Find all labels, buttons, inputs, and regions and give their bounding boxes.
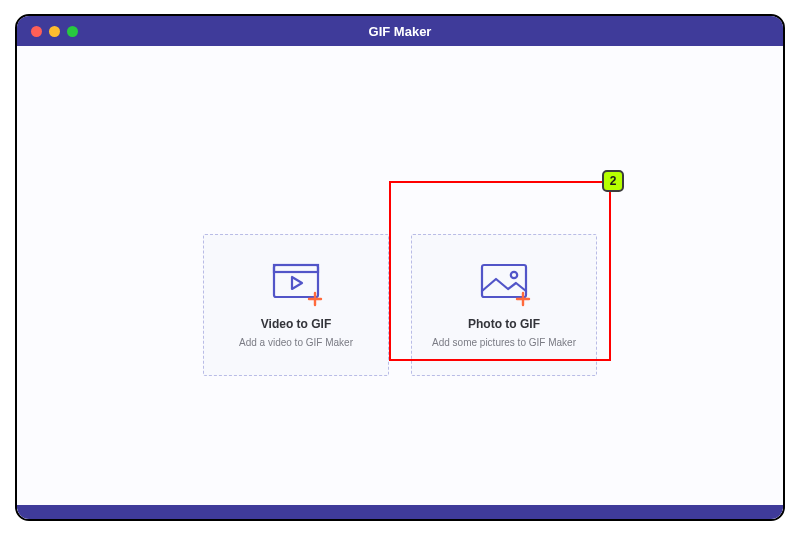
photo-card-title: Photo to GIF — [468, 317, 540, 331]
photo-to-gif-card[interactable]: Photo to GIF Add some pictures to GIF Ma… — [411, 234, 597, 376]
maximize-window-button[interactable] — [67, 26, 78, 37]
video-plus-icon — [268, 263, 324, 307]
content-area: Video to GIF Add a video to GIF Maker Ph… — [17, 46, 783, 519]
window-title: GIF Maker — [17, 24, 783, 39]
svg-rect-0 — [274, 265, 318, 297]
annotation-badge-text: 2 — [610, 174, 617, 188]
app-window: GIF Maker Video to GIF Add a video to GI… — [15, 14, 785, 521]
video-card-subtitle: Add a video to GIF Maker — [239, 337, 353, 348]
photo-plus-icon — [476, 263, 532, 307]
video-to-gif-card[interactable]: Video to GIF Add a video to GIF Maker — [203, 234, 389, 376]
annotation-badge: 2 — [602, 170, 624, 192]
video-card-title: Video to GIF — [261, 317, 331, 331]
traffic-lights — [31, 26, 78, 37]
photo-card-subtitle: Add some pictures to GIF Maker — [432, 337, 576, 348]
close-window-button[interactable] — [31, 26, 42, 37]
footer-bar — [17, 505, 783, 519]
svg-marker-2 — [292, 277, 302, 289]
svg-rect-1 — [274, 265, 318, 272]
minimize-window-button[interactable] — [49, 26, 60, 37]
titlebar: GIF Maker — [17, 16, 783, 46]
svg-rect-5 — [482, 265, 526, 297]
card-row: Video to GIF Add a video to GIF Maker Ph… — [17, 234, 783, 376]
svg-point-6 — [511, 271, 517, 277]
